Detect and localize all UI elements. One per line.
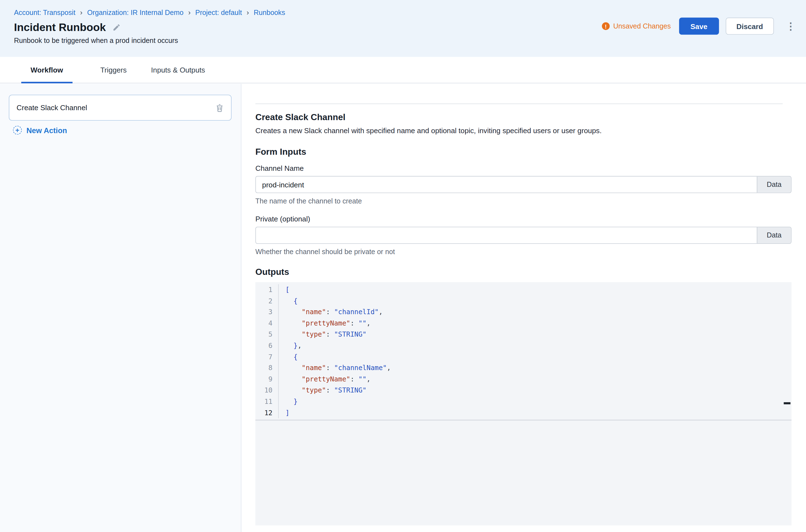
code-text: "name": "channelId",	[279, 307, 383, 318]
chevron-right-icon: ›	[188, 8, 190, 17]
code-line[interactable]: 12]	[255, 407, 792, 418]
code-text: "prettyName": "",	[279, 374, 371, 385]
code-line[interactable]: 3 "name": "channelId",	[255, 307, 792, 318]
tab-inputs-outputs[interactable]: Inputs & Outputs	[142, 57, 214, 83]
new-action-button[interactable]: + New Action	[13, 126, 67, 134]
private-input-group: Data	[255, 227, 792, 244]
chevron-right-icon: ›	[246, 8, 249, 17]
code-text: "type": "STRING"	[279, 329, 366, 340]
code-line[interactable]: 7 {	[255, 351, 792, 362]
page-title: Incident Runbook	[14, 21, 106, 34]
breadcrumb-runbooks[interactable]: Runbooks	[254, 8, 285, 16]
code-text: "prettyName": "",	[279, 318, 371, 329]
private-label: Private (optional)	[255, 215, 792, 223]
private-data-button[interactable]: Data	[757, 227, 791, 243]
action-card-label: Create Slack Channel	[17, 103, 87, 112]
channel-name-input-group: Data	[255, 176, 792, 193]
breadcrumb: Account: Transposit › Organization: IR I…	[14, 8, 285, 17]
line-number: 12	[255, 407, 279, 418]
channel-name-data-button[interactable]: Data	[757, 176, 791, 193]
action-detail-panel: Create Slack Channel Creates a new Slack…	[242, 84, 806, 532]
edit-title-icon[interactable]	[112, 23, 121, 32]
code-text: },	[279, 340, 301, 351]
unsaved-changes-indicator: ! Unsaved Changes	[602, 22, 671, 30]
code-text: "name": "channelName",	[279, 362, 391, 374]
code-line[interactable]: 4 "prettyName": "",	[255, 318, 792, 329]
code-line[interactable]: 10 "type": "STRING"	[255, 385, 792, 396]
private-input[interactable]	[256, 227, 757, 243]
line-number: 2	[255, 295, 279, 306]
line-number: 10	[255, 385, 279, 396]
line-number: 3	[255, 307, 279, 318]
channel-name-help: The name of the channel to create	[255, 197, 792, 205]
code-text: }	[279, 396, 297, 407]
breadcrumb-project[interactable]: Project: default	[195, 8, 242, 16]
code-text: "type": "STRING"	[279, 385, 366, 396]
code-line[interactable]: 11 }	[255, 396, 792, 407]
workflow-panel: Create Slack Channel + New Action	[0, 84, 241, 532]
code-line[interactable]: 2 {	[255, 295, 792, 306]
code-text: ]	[279, 407, 290, 418]
line-number: 7	[255, 351, 279, 362]
discard-button[interactable]: Discard	[726, 18, 774, 35]
code-line[interactable]: 8 "name": "channelName",	[255, 362, 792, 374]
code-text: {	[279, 351, 297, 362]
delete-action-icon[interactable]	[216, 103, 224, 112]
line-number: 5	[255, 329, 279, 340]
line-number: 4	[255, 318, 279, 329]
code-line[interactable]: 6 },	[255, 340, 792, 351]
action-description: Creates a new Slack channel with specifi…	[255, 126, 792, 134]
breadcrumb-organization[interactable]: Organization: IR Internal Demo	[87, 8, 184, 16]
code-text: [	[279, 284, 290, 295]
code-line[interactable]: 5 "type": "STRING"	[255, 329, 792, 340]
unsaved-changes-label: Unsaved Changes	[613, 22, 671, 30]
save-button[interactable]: Save	[679, 18, 719, 35]
code-line[interactable]: 1[	[255, 284, 792, 295]
warning-icon: !	[602, 22, 610, 30]
outputs-heading: Outputs	[255, 267, 792, 277]
channel-name-label: Channel Name	[255, 164, 792, 172]
action-card-create-slack-channel[interactable]: Create Slack Channel	[9, 95, 232, 121]
action-title: Create Slack Channel	[255, 112, 792, 122]
line-number: 6	[255, 340, 279, 351]
tab-bar: Workflow Triggers Inputs & Outputs	[0, 57, 806, 83]
page-header: Account: Transposit › Organization: IR I…	[0, 0, 806, 57]
code-lines: 1[2 {3 "name": "channelId",4 "prettyName…	[255, 284, 792, 419]
line-number: 11	[255, 396, 279, 407]
app-window: Account: Transposit › Organization: IR I…	[0, 0, 806, 532]
line-number: 8	[255, 362, 279, 374]
new-action-label: New Action	[26, 126, 67, 134]
chevron-right-icon: ›	[80, 8, 83, 17]
tab-workflow[interactable]: Workflow	[21, 57, 73, 83]
line-number: 1	[255, 284, 279, 295]
more-options-icon[interactable]: ⋮	[786, 21, 796, 31]
breadcrumb-account[interactable]: Account: Transposit	[14, 8, 75, 16]
channel-name-input[interactable]	[256, 176, 757, 193]
scrollbar-thumb[interactable]	[784, 402, 790, 404]
plus-circle-icon: +	[13, 126, 22, 134]
page-subtitle: Runbook to be triggered when a prod inci…	[14, 37, 178, 44]
code-text: {	[279, 295, 297, 306]
private-help: Whether the channel should be private or…	[255, 248, 792, 256]
detail-divider	[255, 103, 783, 104]
form-inputs-heading: Form Inputs	[255, 147, 792, 157]
code-line[interactable]: 9 "prettyName": "",	[255, 374, 792, 385]
outputs-code-editor[interactable]: 1[2 {3 "name": "channelId",4 "prettyName…	[255, 282, 792, 525]
editor-divider	[255, 420, 792, 420]
tab-triggers[interactable]: Triggers	[91, 57, 136, 83]
line-number: 9	[255, 374, 279, 385]
